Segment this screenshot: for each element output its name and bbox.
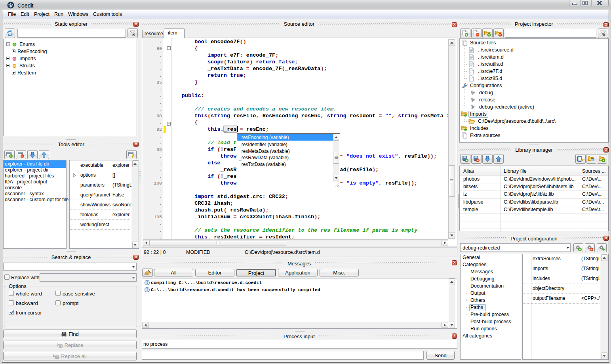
svg-text:a: a: [59, 344, 61, 348]
svg-text:b: b: [53, 354, 55, 358]
svg-text:a: a: [56, 355, 58, 359]
svg-text:b: b: [57, 343, 59, 347]
